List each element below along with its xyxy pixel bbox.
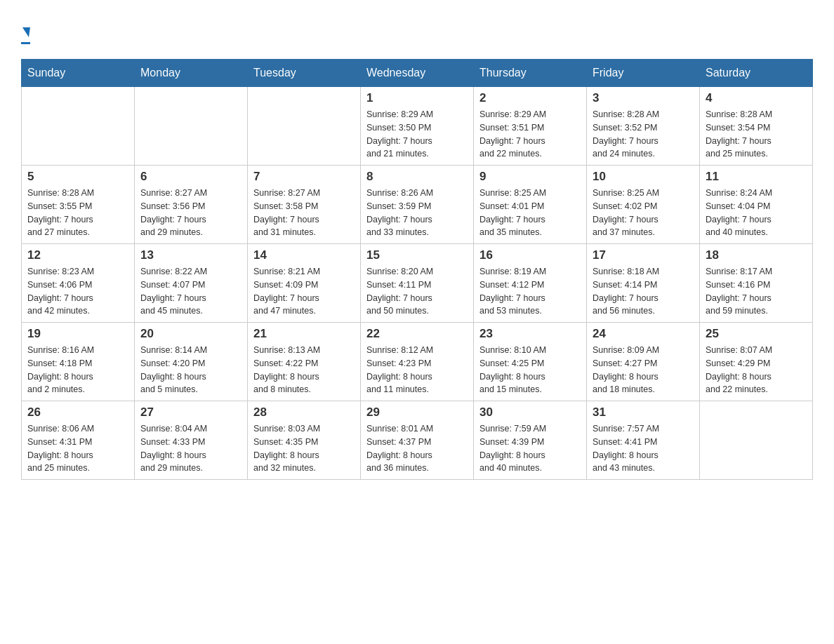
calendar-cell: 11Sunrise: 8:24 AMSunset: 4:04 PMDayligh… (700, 166, 813, 244)
calendar-cell: 10Sunrise: 8:25 AMSunset: 4:02 PMDayligh… (587, 166, 700, 244)
calendar-week-row: 5Sunrise: 8:28 AMSunset: 3:55 PMDaylight… (22, 166, 813, 244)
column-header-friday: Friday (587, 60, 700, 87)
calendar-cell: 30Sunrise: 7:59 AMSunset: 4:39 PMDayligh… (474, 401, 587, 480)
day-number: 19 (27, 327, 128, 341)
calendar-cell: 20Sunrise: 8:14 AMSunset: 4:20 PMDayligh… (135, 323, 248, 401)
calendar-cell: 25Sunrise: 8:07 AMSunset: 4:29 PMDayligh… (700, 323, 813, 401)
day-number: 23 (479, 327, 581, 341)
column-header-sunday: Sunday (22, 60, 135, 87)
day-info: Sunrise: 8:21 AMSunset: 4:09 PMDaylight:… (253, 265, 355, 318)
calendar-cell: 23Sunrise: 8:10 AMSunset: 4:25 PMDayligh… (474, 323, 587, 401)
day-info: Sunrise: 8:12 AMSunset: 4:23 PMDaylight:… (366, 344, 468, 396)
calendar-cell: 4Sunrise: 8:28 AMSunset: 3:54 PMDaylight… (700, 87, 813, 166)
day-number: 26 (27, 405, 128, 420)
calendar-cell (135, 87, 248, 166)
day-info: Sunrise: 8:29 AMSunset: 3:51 PMDaylight:… (479, 108, 581, 161)
day-number: 3 (593, 91, 694, 105)
day-info: Sunrise: 8:22 AMSunset: 4:07 PMDaylight:… (140, 265, 241, 318)
logo-divider (21, 42, 30, 44)
day-info: Sunrise: 8:27 AMSunset: 3:58 PMDaylight:… (253, 187, 355, 239)
column-header-tuesday: Tuesday (248, 60, 361, 87)
calendar-table: SundayMondayTuesdayWednesdayThursdayFrid… (21, 59, 813, 480)
calendar-cell: 6Sunrise: 8:27 AMSunset: 3:56 PMDaylight… (135, 166, 248, 244)
day-info: Sunrise: 8:16 AMSunset: 4:18 PMDaylight:… (27, 344, 128, 396)
day-number: 4 (706, 91, 807, 105)
calendar-cell: 31Sunrise: 7:57 AMSunset: 4:41 PMDayligh… (587, 401, 700, 480)
day-number: 17 (593, 248, 694, 262)
calendar-cell: 28Sunrise: 8:03 AMSunset: 4:35 PMDayligh… (248, 401, 361, 480)
day-info: Sunrise: 8:23 AMSunset: 4:06 PMDaylight:… (27, 265, 128, 318)
day-number: 21 (253, 327, 355, 341)
day-info: Sunrise: 8:14 AMSunset: 4:20 PMDaylight:… (140, 344, 241, 396)
calendar-week-row: 12Sunrise: 8:23 AMSunset: 4:06 PMDayligh… (22, 244, 813, 323)
day-info: Sunrise: 8:29 AMSunset: 3:50 PMDaylight:… (366, 108, 468, 161)
calendar-cell: 9Sunrise: 8:25 AMSunset: 4:01 PMDaylight… (474, 166, 587, 244)
calendar-cell: 1Sunrise: 8:29 AMSunset: 3:50 PMDaylight… (361, 87, 474, 166)
day-number: 29 (366, 405, 468, 420)
day-number: 13 (140, 248, 241, 262)
day-number: 15 (366, 248, 468, 262)
column-header-wednesday: Wednesday (361, 60, 474, 87)
calendar-week-row: 1Sunrise: 8:29 AMSunset: 3:50 PMDaylight… (22, 87, 813, 166)
day-number: 30 (479, 405, 581, 420)
calendar-cell: 7Sunrise: 8:27 AMSunset: 3:58 PMDaylight… (248, 166, 361, 244)
day-info: Sunrise: 8:28 AMSunset: 3:54 PMDaylight:… (706, 108, 807, 161)
day-number: 22 (366, 327, 468, 341)
calendar-cell: 19Sunrise: 8:16 AMSunset: 4:18 PMDayligh… (22, 323, 135, 401)
calendar-header-row: SundayMondayTuesdayWednesdayThursdayFrid… (22, 60, 813, 87)
day-info: Sunrise: 8:19 AMSunset: 4:12 PMDaylight:… (479, 265, 581, 318)
day-number: 16 (479, 248, 581, 262)
column-header-thursday: Thursday (474, 60, 587, 87)
day-number: 7 (253, 170, 355, 184)
calendar-cell: 17Sunrise: 8:18 AMSunset: 4:14 PMDayligh… (587, 244, 700, 323)
calendar-cell: 29Sunrise: 8:01 AMSunset: 4:37 PMDayligh… (361, 401, 474, 480)
calendar-cell (248, 87, 361, 166)
day-number: 14 (253, 248, 355, 262)
day-info: Sunrise: 8:18 AMSunset: 4:14 PMDaylight:… (593, 265, 694, 318)
day-number: 11 (706, 170, 807, 184)
calendar-cell (22, 87, 135, 166)
calendar-cell: 2Sunrise: 8:29 AMSunset: 3:51 PMDaylight… (474, 87, 587, 166)
calendar-cell: 12Sunrise: 8:23 AMSunset: 4:06 PMDayligh… (22, 244, 135, 323)
day-info: Sunrise: 8:10 AMSunset: 4:25 PMDaylight:… (479, 344, 581, 396)
day-number: 28 (253, 405, 355, 420)
day-number: 25 (706, 327, 807, 341)
day-number: 18 (706, 248, 807, 262)
calendar-week-row: 26Sunrise: 8:06 AMSunset: 4:31 PMDayligh… (22, 401, 813, 480)
calendar-cell: 3Sunrise: 8:28 AMSunset: 3:52 PMDaylight… (587, 87, 700, 166)
day-number: 1 (366, 91, 468, 105)
calendar-cell: 16Sunrise: 8:19 AMSunset: 4:12 PMDayligh… (474, 244, 587, 323)
logo-text (21, 21, 30, 41)
day-number: 24 (593, 327, 694, 341)
day-info: Sunrise: 8:24 AMSunset: 4:04 PMDaylight:… (706, 187, 807, 239)
day-info: Sunrise: 8:09 AMSunset: 4:27 PMDaylight:… (593, 344, 694, 396)
day-info: Sunrise: 8:13 AMSunset: 4:22 PMDaylight:… (253, 344, 355, 396)
day-info: Sunrise: 8:07 AMSunset: 4:29 PMDaylight:… (706, 344, 807, 396)
calendar-cell: 18Sunrise: 8:17 AMSunset: 4:16 PMDayligh… (700, 244, 813, 323)
calendar-cell: 27Sunrise: 8:04 AMSunset: 4:33 PMDayligh… (135, 401, 248, 480)
day-info: Sunrise: 8:03 AMSunset: 4:35 PMDaylight:… (253, 422, 355, 475)
calendar-cell: 13Sunrise: 8:22 AMSunset: 4:07 PMDayligh… (135, 244, 248, 323)
day-number: 6 (140, 170, 241, 184)
day-info: Sunrise: 7:59 AMSunset: 4:39 PMDaylight:… (479, 422, 581, 475)
day-number: 27 (140, 405, 241, 420)
day-info: Sunrise: 8:28 AMSunset: 3:52 PMDaylight:… (593, 108, 694, 161)
day-number: 2 (479, 91, 581, 105)
day-info: Sunrise: 8:25 AMSunset: 4:01 PMDaylight:… (479, 187, 581, 239)
calendar-cell: 22Sunrise: 8:12 AMSunset: 4:23 PMDayligh… (361, 323, 474, 401)
day-info: Sunrise: 8:04 AMSunset: 4:33 PMDaylight:… (140, 422, 241, 475)
calendar-cell: 15Sunrise: 8:20 AMSunset: 4:11 PMDayligh… (361, 244, 474, 323)
column-header-monday: Monday (135, 60, 248, 87)
day-number: 8 (366, 170, 468, 184)
day-info: Sunrise: 8:20 AMSunset: 4:11 PMDaylight:… (366, 265, 468, 318)
column-header-saturday: Saturday (700, 60, 813, 87)
day-number: 20 (140, 327, 241, 341)
calendar-cell: 14Sunrise: 8:21 AMSunset: 4:09 PMDayligh… (248, 244, 361, 323)
day-info: Sunrise: 8:27 AMSunset: 3:56 PMDaylight:… (140, 187, 241, 239)
day-info: Sunrise: 8:28 AMSunset: 3:55 PMDaylight:… (27, 187, 128, 239)
day-number: 12 (27, 248, 128, 262)
day-number: 9 (479, 170, 581, 184)
day-number: 5 (27, 170, 128, 184)
calendar-cell (700, 401, 813, 480)
page-header (21, 21, 813, 45)
